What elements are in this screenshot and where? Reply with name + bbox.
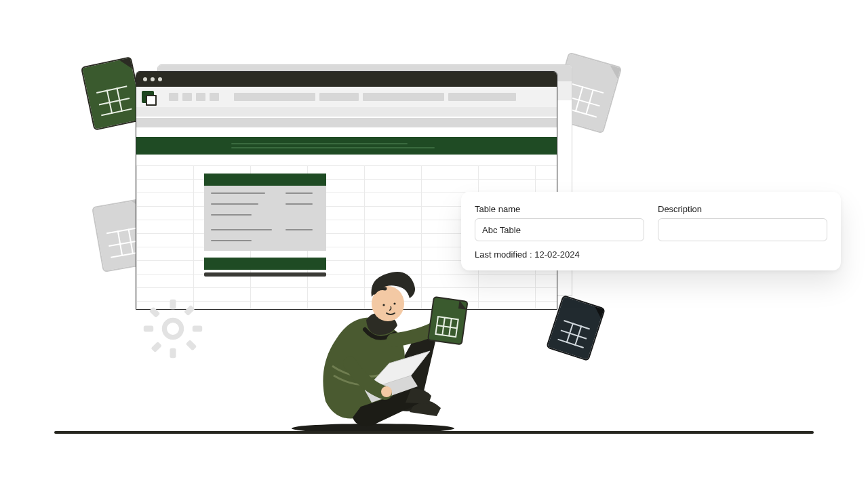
svg-point-11 [393,302,395,304]
illustration-stage: Table name Description Last modified : 1… [0,0,868,488]
svg-rect-0 [170,300,176,309]
svg-rect-2 [144,326,153,332]
gear-icon [142,298,203,359]
person-illustration [285,230,488,434]
svg-rect-4 [149,306,161,318]
window-control-dot [151,77,155,81]
window-control-dot [158,77,162,81]
app-toolbar [136,87,557,107]
window-control-dot [143,77,147,81]
spreadsheet-header-band [136,137,557,155]
last-modified-text: Last modified : 12-02-2024 [475,249,827,260]
table-details-card: Table name Description Last modified : 1… [461,192,841,270]
svg-rect-5 [186,340,197,351]
svg-rect-7 [151,342,162,353]
description-input[interactable] [658,218,827,241]
window-titlebar [136,72,557,87]
svg-rect-3 [193,326,202,332]
svg-point-12 [381,386,392,397]
description-label: Description [658,204,827,214]
svg-point-10 [382,304,384,306]
svg-rect-1 [170,348,176,358]
table-name-input[interactable] [475,218,644,241]
svg-rect-6 [184,305,195,317]
app-logo-icon [142,91,154,103]
document-green-icon [82,58,143,129]
ground-line [54,431,814,434]
table-name-label: Table name [475,204,644,214]
